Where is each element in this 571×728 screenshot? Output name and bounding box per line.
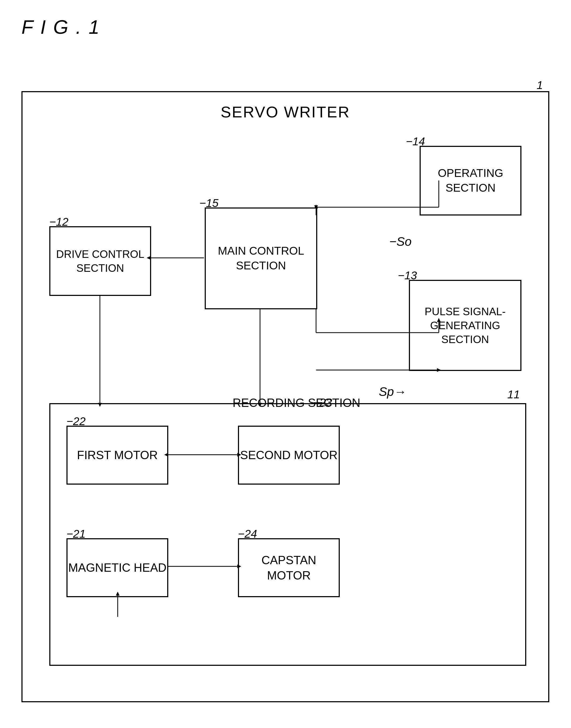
ref-12: −12	[49, 215, 68, 228]
recording-section-label: RECORDING SECTION	[233, 396, 360, 410]
sp-label: Sp→	[379, 384, 406, 399]
ref-21: −21	[67, 527, 86, 540]
ref-15: −15	[199, 197, 218, 210]
outer-box: SERVO WRITER 1 OPERATING SECTION −14 MAI…	[21, 91, 549, 702]
servo-writer-label: SERVO WRITER	[22, 103, 548, 121]
so-label: −So	[389, 234, 412, 249]
ref-1: 1	[537, 79, 543, 92]
pulse-signal-section-block: PULSE SIGNAL- GENERATING SECTION	[409, 280, 522, 371]
second-motor-block: SECOND MOTOR	[238, 426, 340, 485]
ref-22: −22	[67, 415, 86, 428]
ref-13: −13	[398, 269, 417, 282]
drive-control-section-block: DRIVE CONTROL SECTION	[49, 226, 151, 296]
capstan-motor-block: CAPSTAN MOTOR	[238, 538, 340, 597]
ref-23: −23	[313, 396, 332, 409]
recording-section-box: RECORDING SECTION 11 −23 FIRST MOTOR −22…	[49, 403, 526, 666]
operating-section-block: OPERATING SECTION	[420, 146, 522, 215]
first-motor-block: FIRST MOTOR	[67, 426, 168, 485]
page-title: F I G . 1	[21, 16, 101, 38]
ref-11: 11	[507, 388, 520, 401]
main-control-section-block: MAIN CONTROL SECTION	[205, 207, 317, 309]
magnetic-head-block: MAGNETIC HEAD	[67, 538, 168, 597]
ref-14: −14	[406, 135, 425, 148]
ref-24: −24	[238, 527, 257, 540]
